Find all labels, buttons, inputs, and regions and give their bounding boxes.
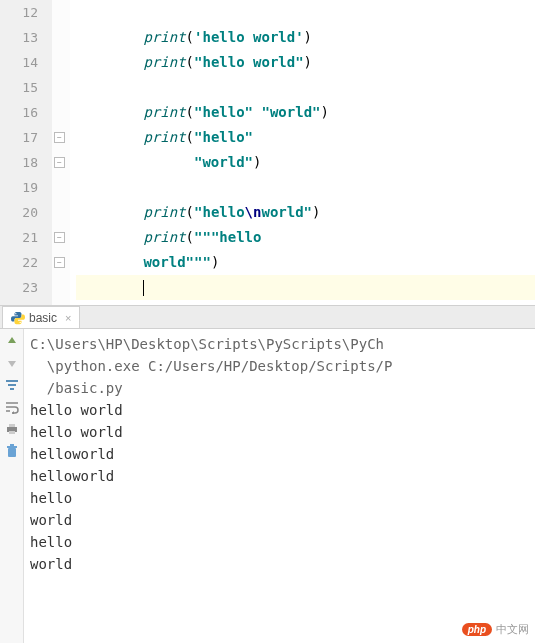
svg-rect-2 bbox=[6, 380, 18, 382]
line-number: 14 bbox=[0, 50, 38, 75]
console-toolbar bbox=[0, 329, 24, 643]
svg-point-0 bbox=[15, 312, 16, 313]
svg-rect-9 bbox=[7, 446, 17, 448]
line-number: 16 bbox=[0, 100, 38, 125]
line-number: 13 bbox=[0, 25, 38, 50]
line-number: 15 bbox=[0, 75, 38, 100]
fold-marker-icon[interactable]: − bbox=[54, 157, 65, 168]
trash-icon[interactable] bbox=[4, 443, 20, 459]
python-file-icon bbox=[11, 311, 25, 325]
code-line[interactable]: world""") bbox=[76, 250, 535, 275]
svg-rect-3 bbox=[8, 384, 16, 386]
console-output-line: helloworld bbox=[30, 443, 529, 465]
line-number-gutter: 121314151617181920212223 bbox=[0, 0, 52, 305]
code-line[interactable] bbox=[76, 75, 535, 100]
code-line[interactable]: print("hello" bbox=[76, 125, 535, 150]
close-icon[interactable]: × bbox=[65, 312, 71, 324]
fold-column: −−−− bbox=[52, 0, 70, 305]
arrow-up-icon[interactable] bbox=[4, 333, 20, 349]
code-line[interactable]: print("""hello bbox=[76, 225, 535, 250]
svg-rect-7 bbox=[9, 431, 15, 434]
console-output-line: world bbox=[30, 509, 529, 531]
console-output-line: world bbox=[30, 553, 529, 575]
editor-pane: 121314151617181920212223 −−−− print('hel… bbox=[0, 0, 535, 305]
fold-marker-icon[interactable]: − bbox=[54, 232, 65, 243]
console-tab-bar: basic × bbox=[0, 305, 535, 329]
line-number: 22 bbox=[0, 250, 38, 275]
line-number: 21 bbox=[0, 225, 38, 250]
filter-icon[interactable] bbox=[4, 377, 20, 393]
svg-rect-10 bbox=[10, 444, 14, 446]
tab-basic[interactable]: basic × bbox=[2, 306, 80, 328]
line-number: 23 bbox=[0, 275, 38, 300]
svg-rect-4 bbox=[10, 388, 14, 390]
svg-point-1 bbox=[19, 321, 20, 322]
line-number: 18 bbox=[0, 150, 38, 175]
print-icon[interactable] bbox=[4, 421, 20, 437]
svg-rect-6 bbox=[9, 424, 15, 427]
console-pane: C:\Users\HP\Desktop\Scripts\PyScripts\Py… bbox=[0, 329, 535, 643]
console-output-line: hello bbox=[30, 487, 529, 509]
console-path-line: /basic.py bbox=[30, 377, 529, 399]
code-line[interactable]: print("hello" "world") bbox=[76, 100, 535, 125]
console-output-line: hello world bbox=[30, 399, 529, 421]
fold-marker-icon[interactable]: − bbox=[54, 132, 65, 143]
line-number: 20 bbox=[0, 200, 38, 225]
code-area[interactable]: print('hello world') print("hello world"… bbox=[70, 0, 535, 305]
code-line[interactable]: print("hello\nworld") bbox=[76, 200, 535, 225]
watermark-badge: php bbox=[462, 623, 492, 636]
line-number: 12 bbox=[0, 0, 38, 25]
fold-marker-icon[interactable]: − bbox=[54, 257, 65, 268]
wrap-icon[interactable] bbox=[4, 399, 20, 415]
console-output-line: hello bbox=[30, 531, 529, 553]
console-output-line: hello world bbox=[30, 421, 529, 443]
code-line[interactable] bbox=[76, 0, 535, 25]
code-line[interactable]: print('hello world') bbox=[76, 25, 535, 50]
line-number: 19 bbox=[0, 175, 38, 200]
svg-rect-8 bbox=[8, 448, 16, 457]
code-line[interactable] bbox=[76, 275, 535, 300]
console-path-line: C:\Users\HP\Desktop\Scripts\PyScripts\Py… bbox=[30, 333, 529, 355]
code-line[interactable]: print("hello world") bbox=[76, 50, 535, 75]
code-line[interactable] bbox=[76, 175, 535, 200]
watermark: php 中文网 bbox=[462, 622, 529, 637]
code-line[interactable]: "world") bbox=[76, 150, 535, 175]
watermark-text: 中文网 bbox=[496, 622, 529, 637]
console-output[interactable]: C:\Users\HP\Desktop\Scripts\PyScripts\Py… bbox=[24, 329, 535, 643]
console-path-line: \python.exe C:/Users/HP/Desktop/Scripts/… bbox=[30, 355, 529, 377]
line-number: 17 bbox=[0, 125, 38, 150]
tab-label: basic bbox=[29, 311, 57, 325]
arrow-down-icon[interactable] bbox=[4, 355, 20, 371]
console-output-line: helloworld bbox=[30, 465, 529, 487]
